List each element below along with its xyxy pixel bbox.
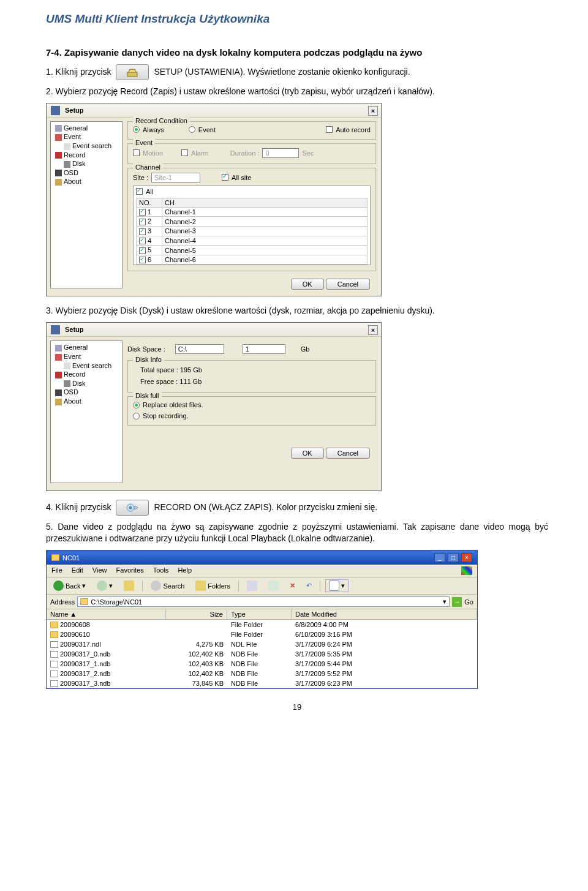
table-row: 1Channel-1 (137, 207, 368, 217)
dialog-title-text: Setup (65, 107, 84, 114)
check-channel[interactable] (139, 228, 146, 235)
address-input[interactable]: C:\Storage\NC01 ▾ (77, 596, 450, 607)
views-button[interactable]: ▾ (325, 579, 349, 592)
up-button[interactable] (121, 580, 137, 592)
go-label: Go (464, 598, 473, 606)
back-button[interactable]: Back ▾ (50, 580, 89, 592)
explorer-window: NC01 _ □ × File Edit View Favorites Tool… (46, 550, 478, 689)
minimize-icon[interactable]: _ (434, 553, 445, 562)
radio-replace[interactable] (133, 402, 140, 408)
svg-point-2 (129, 506, 132, 509)
close-icon[interactable]: × (368, 106, 378, 116)
disk-full-group: Disk full Replace oldest files. Stop rec… (127, 396, 376, 426)
label: Motion (143, 149, 163, 157)
table-row: 4Channel-4 (137, 236, 368, 246)
nav-general[interactable]: General (53, 343, 120, 352)
nav-about[interactable]: About (53, 177, 120, 186)
nav-event-search[interactable]: Event search (53, 361, 120, 370)
nav-event-search[interactable]: Event search (53, 141, 120, 151)
check-channel[interactable] (139, 219, 146, 225)
col-type[interactable]: Type (227, 609, 292, 619)
address-label: Address (50, 598, 75, 606)
menu-view[interactable]: View (92, 566, 107, 574)
legend: Event (133, 139, 155, 146)
nav-osd[interactable]: OSD (53, 388, 120, 397)
tool-icon[interactable] (244, 580, 260, 592)
nav-event[interactable]: Event (53, 352, 120, 361)
menu-file[interactable]: File (51, 566, 62, 574)
nav-record[interactable]: Record (53, 370, 120, 379)
cancel-button[interactable]: Cancel (326, 279, 370, 290)
forward-button[interactable]: ▾ (94, 580, 116, 592)
nav-label: Record (64, 370, 85, 378)
ok-button[interactable]: OK (291, 448, 324, 459)
file-icon (50, 641, 58, 648)
undo-icon[interactable]: ↶ (303, 581, 315, 590)
table-row: 2Channel-2 (137, 217, 368, 227)
nav-general[interactable]: General (53, 124, 120, 133)
record-icon (116, 500, 149, 516)
nav-label: OSD (64, 388, 78, 396)
nav-osd[interactable]: OSD (53, 168, 120, 178)
list-item[interactable]: 20090317_2.ndb102,402 KBNDB File3/17/200… (47, 669, 477, 679)
close-icon[interactable]: × (461, 553, 472, 562)
cancel-button[interactable]: Cancel (326, 448, 370, 459)
radio-always[interactable] (133, 126, 140, 133)
menu-help[interactable]: Help (178, 566, 192, 574)
nav-label: Event (64, 353, 81, 360)
site-select[interactable]: Site-1 (151, 173, 200, 182)
check-channel[interactable] (139, 238, 146, 244)
close-icon[interactable]: × (368, 325, 378, 335)
radio-stop[interactable] (133, 413, 140, 419)
step-4: 4. Kliknij przycisk RECORD ON (WŁĄCZ ZAP… (46, 500, 548, 516)
folders-button[interactable]: Folders (192, 580, 233, 592)
setup-dialog-record: Setup × General Event Event search Recor… (46, 103, 382, 297)
col-size[interactable]: Size (166, 609, 227, 619)
radio-event[interactable] (189, 126, 195, 133)
list-item[interactable]: 20090317_1.ndb102,403 KBNDB File3/17/200… (47, 659, 477, 669)
label: Always (143, 126, 164, 133)
go-button[interactable]: → (452, 597, 462, 607)
list-item[interactable]: 20090317_3.ndb73,845 KBNDB File3/17/2009… (47, 679, 477, 688)
maximize-icon[interactable]: □ (448, 553, 459, 562)
up-icon (124, 581, 134, 591)
tool-icon[interactable] (265, 580, 282, 592)
size-input[interactable]: 1 (243, 344, 285, 354)
check-allsite[interactable] (222, 174, 228, 181)
check-alarm[interactable] (181, 149, 188, 156)
nav-record[interactable]: Record (53, 151, 120, 160)
check-channel[interactable] (139, 209, 146, 216)
label: Sec (302, 149, 314, 157)
check-autorecord[interactable] (326, 126, 333, 133)
explorer-addressbar: Address C:\Storage\NC01 ▾ → Go (47, 595, 477, 609)
search-button[interactable]: Search (148, 580, 187, 592)
check-all[interactable] (136, 188, 143, 195)
ok-button[interactable]: OK (291, 279, 324, 290)
nav-tree: General Event Event search Record Disk O… (50, 121, 123, 289)
windows-flag-icon (461, 566, 472, 575)
check-channel[interactable] (139, 247, 146, 254)
check-motion[interactable] (133, 149, 140, 156)
menu-favorites[interactable]: Favorites (116, 566, 144, 574)
check-channel[interactable] (139, 257, 146, 263)
dialog-titlebar: Setup × (47, 323, 381, 337)
list-item[interactable]: 20090317_0.ndb102,402 KBNDB File3/17/200… (47, 649, 477, 659)
nav-label: General (64, 124, 88, 132)
drive-select[interactable]: C:\ (175, 344, 224, 354)
nav-disk[interactable]: Disk (53, 379, 120, 388)
col-name[interactable]: Name ▲ (47, 609, 166, 619)
list-item[interactable]: 20090610File Folder6/10/2009 3:16 PM (47, 630, 477, 639)
list-item[interactable]: 20090608File Folder6/8/2009 4:00 PM (47, 620, 477, 630)
list-item[interactable]: 20090317.ndl4,275 KBNDL File3/17/2009 6:… (47, 639, 477, 649)
menu-tools[interactable]: Tools (153, 566, 169, 574)
col-date[interactable]: Date Modified (292, 609, 477, 619)
delete-icon[interactable]: ✕ (287, 581, 298, 590)
nav-about[interactable]: About (53, 397, 120, 406)
nav-disk[interactable]: Disk (53, 159, 120, 168)
label: Search (163, 582, 184, 590)
label: Disk Space : (127, 345, 165, 353)
duration-input[interactable]: 0 (262, 148, 299, 158)
menu-edit[interactable]: Edit (72, 566, 83, 574)
nav-event[interactable]: Event (53, 132, 120, 141)
svg-rect-0 (127, 72, 137, 77)
